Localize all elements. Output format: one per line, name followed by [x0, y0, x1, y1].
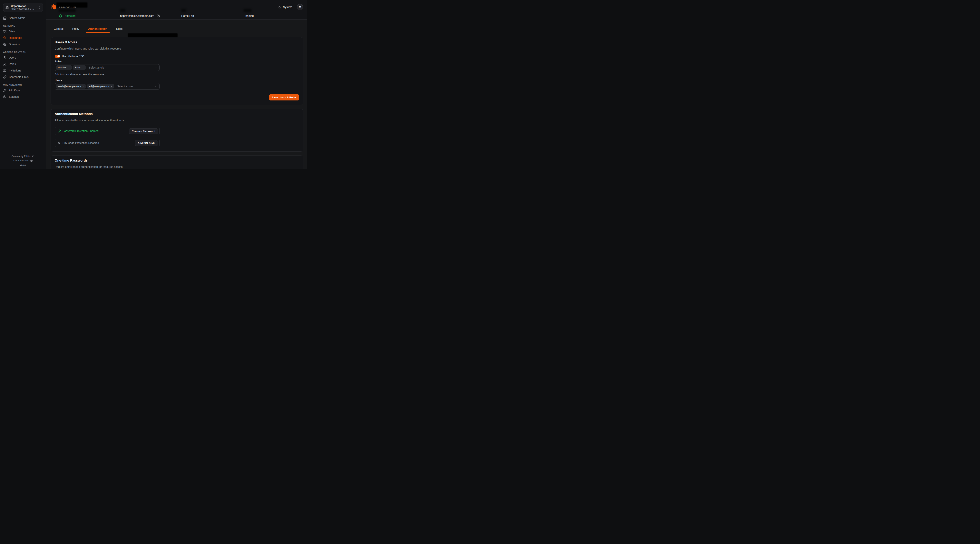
sidebar-item-label: Roles: [9, 62, 16, 66]
redacted-label: [120, 9, 125, 12]
community-edition-link[interactable]: Community Edition: [0, 154, 46, 159]
building-icon: [5, 6, 9, 9]
key-icon: [3, 89, 6, 92]
combine-icon: [3, 30, 6, 33]
sidebar-item-users[interactable]: Users: [3, 55, 43, 60]
sidebar: Organization milo@fossorial.io's ... Ser…: [0, 0, 46, 169]
moon-icon: [278, 5, 282, 9]
documentation-label: Documentation: [13, 159, 29, 163]
sidebar-item-label: API Keys: [9, 89, 20, 92]
binary-icon: [57, 141, 61, 144]
sidebar-item-label: Domains: [9, 43, 20, 46]
platform-sso-toggle[interactable]: [55, 55, 60, 58]
content: Users & Roles Configure which users and …: [46, 33, 307, 169]
card-title: One-time Passwords: [55, 159, 299, 163]
card-description: Require email-based authentication for r…: [55, 165, 299, 169]
roles-select[interactable]: Member Sales Select a role: [55, 64, 159, 71]
chevrons-up-down-icon: [38, 6, 41, 9]
sidebar-item-invitations[interactable]: Invitations: [3, 68, 43, 73]
remove-user-sarah-button[interactable]: [82, 85, 84, 87]
sidebar-item-label: Resources: [9, 36, 22, 40]
sidebar-item-label: Settings: [9, 95, 19, 98]
remove-role-sales-button[interactable]: [82, 67, 84, 69]
redaction-bar: [56, 2, 88, 8]
sidebar-item-settings[interactable]: Settings: [3, 94, 43, 99]
gear-icon: [3, 95, 6, 98]
ticket-check-icon: [3, 69, 6, 72]
remove-password-button[interactable]: Remove Password: [129, 128, 158, 134]
users-roles-card: Users & Roles Configure which users and …: [51, 37, 304, 105]
users-select[interactable]: sarah@example.com jeff@example.com Selec…: [55, 83, 159, 90]
tab-bar: General Proxy Authentication Rules: [46, 25, 307, 33]
otp-card: One-time Passwords Require email-based a…: [51, 155, 304, 169]
auth-methods-card: Authentication Methods Allow access to t…: [51, 109, 304, 152]
shield-check-icon: [59, 14, 62, 17]
waypoints-icon: [3, 36, 6, 40]
toggle-knob: [57, 55, 60, 57]
sidebar-item-server-admin[interactable]: Server Admin: [3, 16, 43, 21]
sidebar-item-label: Users: [9, 56, 16, 59]
org-picker-label: Organization: [11, 5, 36, 8]
theme-toggle[interactable]: System: [278, 5, 292, 9]
tab-authentication[interactable]: Authentication: [86, 25, 110, 33]
x-icon: [82, 85, 84, 87]
users-field-label: Users: [55, 79, 299, 81]
users-select-placeholder: Select a user: [117, 85, 153, 88]
globe-icon: [3, 43, 6, 46]
resource-summary: Protected https://immich.example.com: [59, 9, 307, 19]
chevron-down-icon: [154, 85, 157, 88]
user-chip: sarah@example.com: [56, 84, 86, 89]
redacted-label: [59, 9, 76, 12]
role-chip: Sales: [73, 65, 86, 70]
sidebar-section-general: GENERAL: [3, 24, 43, 27]
x-icon: [68, 67, 70, 69]
tab-rules[interactable]: Rules: [114, 25, 126, 33]
external-link-icon: [32, 155, 35, 157]
key-icon: [57, 129, 61, 133]
org-picker[interactable]: Organization milo@fossorial.io's ...: [3, 3, 43, 12]
pangolin-logo-icon: [51, 4, 57, 10]
resource-url: https://immich.example.com: [120, 13, 181, 19]
roles-select-placeholder: Select a role: [89, 66, 153, 69]
theme-label: System: [283, 5, 292, 9]
remove-role-member-button[interactable]: [68, 67, 70, 69]
sidebar-item-resources[interactable]: Resources: [3, 35, 43, 40]
sidebar-nav: Server Admin GENERAL Sites Resources Dom…: [0, 16, 46, 99]
save-users-roles-button[interactable]: Save Users & Roles: [269, 94, 299, 100]
pin-protection-row: PIN Code Protection Disabled Add PIN Cod…: [55, 139, 159, 147]
resource-enabled: Enabled: [243, 13, 307, 19]
sidebar-section-organization: ORGANIZATION: [3, 83, 43, 86]
tab-general[interactable]: General: [51, 25, 66, 33]
admins-note: Admins can always access this resource.: [55, 73, 299, 76]
card-title: Users & Roles: [55, 40, 299, 44]
resource-site: Home Lab: [181, 13, 243, 19]
add-pin-code-button[interactable]: Add PIN Code: [135, 140, 158, 146]
sidebar-item-label: Server Admin: [9, 16, 25, 20]
roles-field-label: Roles: [55, 60, 299, 63]
x-icon: [110, 85, 113, 87]
app-window: Organization milo@fossorial.io's ... Ser…: [0, 0, 307, 169]
x-icon: [82, 67, 84, 69]
copy-url-button[interactable]: [157, 14, 160, 17]
sidebar-item-shareable-links[interactable]: Shareable Links: [3, 75, 43, 79]
sidebar-item-roles[interactable]: Roles: [3, 62, 43, 67]
redacted-label: [181, 9, 186, 12]
org-picker-value: milo@fossorial.io's ...: [11, 8, 36, 10]
user-icon: [3, 56, 6, 59]
redaction-bar: [128, 33, 178, 37]
sidebar-item-api-keys[interactable]: API Keys: [3, 88, 43, 93]
remove-user-jeff-button[interactable]: [110, 85, 113, 87]
card-title: Authentication Methods: [55, 112, 299, 116]
documentation-link[interactable]: Documentation: [0, 159, 46, 163]
chevron-down-icon: [154, 66, 157, 69]
role-chip: Member: [56, 65, 72, 70]
main-area: PANGOLIN System M Protected: [46, 0, 307, 169]
sidebar-item-domains[interactable]: Domains: [3, 42, 43, 47]
copy-icon: [157, 14, 160, 17]
link-icon: [3, 75, 6, 79]
sidebar-item-label: Shareable Links: [9, 75, 29, 79]
tab-proxy[interactable]: Proxy: [70, 25, 82, 33]
platform-sso-label: Use Platform SSO: [62, 55, 84, 58]
sidebar-item-sites[interactable]: Sites: [3, 29, 43, 34]
sidebar-item-label: Invitations: [9, 69, 21, 72]
